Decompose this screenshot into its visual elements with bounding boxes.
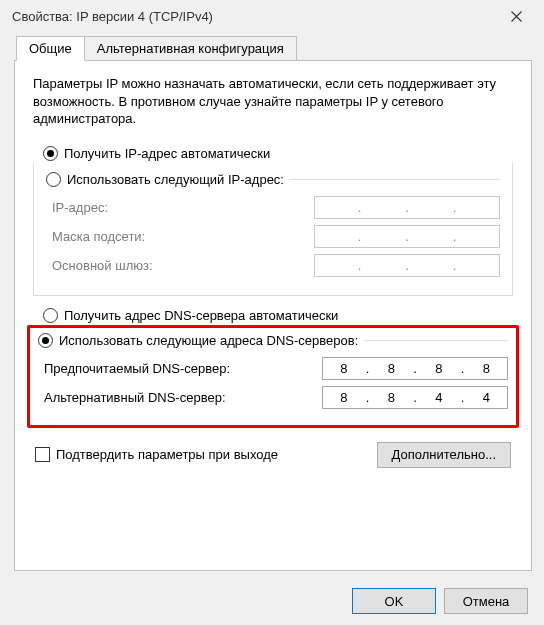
tab-alternate-label: Альтернативная конфигурация [97,41,284,56]
group-ip-manual: Использовать следующий IP-адрес: IP-адре… [33,163,513,296]
label-gateway: Основной шлюз: [52,258,153,273]
radio-dns-auto[interactable]: Получить адрес DNS-сервера автоматически [43,308,513,323]
tab-strip: Общие Альтернативная конфигурация [14,36,532,61]
radio-dns-manual-label: Использовать следующие адреса DNS-сервер… [59,333,358,348]
dialog-footer: OK Отмена [0,577,544,625]
checkbox-icon [35,447,50,462]
label-dns-preferred: Предпочитаемый DNS-сервер: [44,361,230,376]
tab-alternate[interactable]: Альтернативная конфигурация [84,36,297,61]
radio-dns-auto-label: Получить адрес DNS-сервера автоматически [64,308,338,323]
radio-ip-auto[interactable]: Получить IP-адрес автоматически [43,146,513,161]
checkbox-validate-label: Подтвердить параметры при выходе [56,447,278,462]
input-ip-address: . . . [314,196,500,219]
input-gateway: . . . [314,254,500,277]
advanced-button[interactable]: Дополнительно... [377,442,511,468]
dialog-window: Свойства: IP версии 4 (TCP/IPv4) Общие А… [0,0,544,625]
window-title: Свойства: IP версии 4 (TCP/IPv4) [12,9,496,24]
titlebar: Свойства: IP версии 4 (TCP/IPv4) [0,0,544,32]
checkbox-validate[interactable]: Подтвердить параметры при выходе [35,447,278,462]
close-button[interactable] [496,2,536,30]
client-area: Общие Альтернативная конфигурация Параме… [0,32,544,577]
input-dns-preferred[interactable]: 8. 8. 8. 8 [322,357,508,380]
cancel-button[interactable]: Отмена [444,588,528,614]
radio-icon [38,333,53,348]
radio-icon [46,172,61,187]
radio-ip-manual[interactable]: Использовать следующий IP-адрес: [46,172,290,187]
input-dns-alternate[interactable]: 8. 8. 4. 4 [322,386,508,409]
intro-text: Параметры IP можно назначать автоматичес… [33,75,513,128]
cancel-button-label: Отмена [463,594,510,609]
label-dns-alternate: Альтернативный DNS-сервер: [44,390,226,405]
close-icon [511,11,522,22]
input-subnet-mask: . . . [314,225,500,248]
label-ip-address: IP-адрес: [52,200,108,215]
radio-icon [43,308,58,323]
radio-dns-manual[interactable]: Использовать следующие адреса DNS-сервер… [38,333,364,348]
radio-ip-manual-label: Использовать следующий IP-адрес: [67,172,284,187]
ok-button[interactable]: OK [352,588,436,614]
label-subnet-mask: Маска подсети: [52,229,145,244]
ok-button-label: OK [385,594,404,609]
tab-general[interactable]: Общие [16,36,85,61]
radio-icon [43,146,58,161]
bottom-row: Подтвердить параметры при выходе Дополни… [33,442,513,468]
highlight-box: Использовать следующие адреса DNS-сервер… [27,325,519,428]
tab-general-label: Общие [29,41,72,56]
advanced-button-label: Дополнительно... [392,447,496,462]
radio-ip-auto-label: Получить IP-адрес автоматически [64,146,270,161]
tab-pane-general: Параметры IP можно назначать автоматичес… [14,60,532,571]
